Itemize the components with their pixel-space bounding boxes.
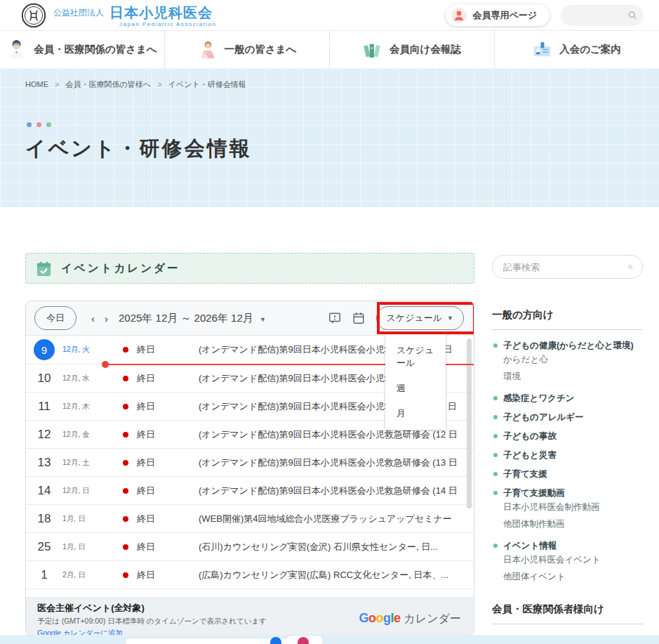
nav-label: 会員向け会報誌 bbox=[390, 43, 461, 56]
sidebar-link[interactable]: 感染症とワクチン bbox=[492, 392, 643, 405]
menu-item-month[interactable]: 月 bbox=[385, 401, 446, 426]
header-search-input[interactable] bbox=[568, 10, 628, 21]
sidebar-sublink[interactable]: 他団体制作動画 bbox=[492, 516, 643, 533]
event-dot-icon bbox=[123, 460, 128, 466]
nav-label: 入会のご案内 bbox=[559, 43, 621, 56]
row-day-meta: 1月, 日 bbox=[62, 542, 117, 552]
site-logo[interactable]: 公益社団法人 日本小児科医会 Japan Pediatric Associati… bbox=[21, 3, 216, 28]
google-logo[interactable]: Google bbox=[359, 611, 400, 626]
top-bar: 公益社団法人 日本小児科医会 Japan Pediatric Associati… bbox=[0, 0, 659, 31]
calendar-event-row[interactable]: 1 2月, 日 終日 (広島)カウンセリング実習(広島) RCC文化センター, … bbox=[26, 560, 474, 589]
event-title-link[interactable]: (オンデマンド配信)第9回日本小児科医会小児救急研修会 (14 日 bbox=[199, 485, 474, 497]
calendar-event-row[interactable]: 13 12月, 土 終日 (オンデマンド配信)第9回日本小児科医会小児救急研修会… bbox=[26, 448, 474, 476]
event-title-link[interactable]: (石川)カウンセリング実習(金沢) 石川県女性センター, 日... bbox=[199, 541, 474, 553]
page-hero: HOME > 会員・医療関係の皆様へ > イベント・研修会情報 イベント・研修会… bbox=[0, 68, 659, 207]
header-search-box[interactable] bbox=[561, 5, 644, 26]
sidebar-sublink[interactable]: 環境 bbox=[492, 369, 643, 386]
page-title: イベント・研修会情報 bbox=[25, 135, 659, 163]
date-range-selector[interactable]: 2025年 12月 ～ 2026年 12月 ▼ bbox=[119, 312, 266, 325]
menu-item-week[interactable]: 週 bbox=[385, 376, 446, 401]
calendar-event-row[interactable]: 8 2月, 日 終日 (岡山)カウンセリング実習(岡山) 岡山大学病院, 日本、… bbox=[26, 589, 474, 597]
calendar-event-row[interactable]: 25 1月, 日 終日 (石川)カウンセリング実習(金沢) 石川県女性センター,… bbox=[26, 532, 474, 560]
timezone-note: 予定は (GMT+09:00) 日本標準時 のタイムゾーンで表示されています bbox=[37, 617, 267, 626]
feedback-icon[interactable] bbox=[328, 312, 341, 324]
calendar-event-row[interactable]: 18 1月, 日 終日 (WEB開催)第4回地域総合小児医療ブラッシュアップセミ… bbox=[26, 504, 474, 532]
event-dot-icon bbox=[123, 572, 128, 578]
sidebar-link[interactable]: 子どもの事故 bbox=[492, 430, 643, 442]
row-day-number: 11 bbox=[38, 400, 51, 414]
books-icon bbox=[363, 40, 382, 59]
page-bottom-strip bbox=[0, 635, 659, 644]
article-search-input[interactable] bbox=[502, 261, 628, 273]
nav-item-general-public[interactable]: 一般の皆さまへ bbox=[164, 31, 329, 68]
calendar-check-icon bbox=[36, 261, 52, 277]
row-time-label: 終日 bbox=[137, 456, 199, 469]
event-title-link[interactable]: (オンデマンド配信)第9回日本小児科医会小児救急研修会 (13 日 bbox=[199, 456, 474, 469]
row-time-label: 終日 bbox=[137, 513, 199, 525]
row-day-meta: 12月, 日 bbox=[62, 486, 117, 496]
org-name: 日本小児科医会 bbox=[109, 4, 213, 22]
row-day-meta: 12月, 土 bbox=[62, 458, 117, 468]
sidebar-sublink[interactable]: からだと心 bbox=[492, 352, 643, 369]
event-title-link[interactable]: (オンデマンド配信)第9回日本小児科医会小児救急研修会 (12 日 bbox=[199, 428, 474, 441]
member-avatar-icon bbox=[451, 8, 467, 23]
row-day-number: 18 bbox=[38, 512, 51, 526]
view-mode-dropdown-button[interactable]: スケジュール ▼ bbox=[376, 306, 464, 330]
google-calendar-widget: 今日 ‹ › 2025年 12月 ～ 2026年 12月 ▼ bbox=[25, 301, 474, 636]
decorative-dots bbox=[27, 122, 659, 127]
member-page-button[interactable]: 会員専用ページ bbox=[446, 4, 550, 26]
row-day-meta: 12月, 木 bbox=[62, 402, 117, 412]
event-title-link[interactable]: (広島)カウンセリング実習(広島) RCC文化センター, 日本、... bbox=[199, 569, 474, 581]
sidebar-link[interactable]: 子どもと災害 bbox=[492, 449, 643, 461]
prev-period-button[interactable]: ‹ bbox=[86, 313, 100, 324]
row-day-number: 13 bbox=[38, 456, 51, 470]
sidebar-heading-member: 会員・医療関係者様向け bbox=[492, 603, 643, 624]
sidebar-link[interactable]: 子育て支援 bbox=[492, 468, 643, 480]
calendar-name: 医会主催イベント(全対象) bbox=[37, 602, 267, 615]
row-time-label: 終日 bbox=[137, 541, 199, 553]
row-time-label: 終日 bbox=[137, 372, 199, 385]
sidebar-sublink[interactable]: 日本小児科医会イベント bbox=[492, 552, 643, 569]
event-dot-icon bbox=[123, 516, 128, 522]
calendar-event-row[interactable]: 14 12月, 日 終日 (オンデマンド配信)第9回日本小児科医会小児救急研修会… bbox=[26, 476, 474, 504]
section-title: イベントカレンダー bbox=[61, 261, 180, 276]
sidebar-general-list: 子どもの健康(からだと心と環境) からだと心 環境 感染症とワクチン bbox=[492, 339, 643, 586]
event-dot-icon bbox=[123, 376, 128, 381]
row-day-number: 1 bbox=[41, 568, 47, 582]
sidebar-link[interactable]: 子どもの健康(からだと心と環境) bbox=[492, 339, 643, 352]
association-emblem-icon bbox=[21, 3, 46, 28]
sidebar-sublink[interactable]: 他団体イベント bbox=[492, 569, 643, 586]
sidebar-sublink[interactable]: 日本小児科医会制作動画 bbox=[492, 499, 643, 516]
article-search-box[interactable] bbox=[492, 255, 643, 279]
next-period-button[interactable]: › bbox=[100, 313, 113, 324]
event-title-link[interactable]: (WEB開催)第4回地域総合小児医療ブラッシュアップセミナー bbox=[199, 513, 474, 525]
sidebar-link[interactable]: 子育て支援動画 bbox=[492, 487, 643, 499]
calendar-toolbar: 今日 ‹ › 2025年 12月 ～ 2026年 12月 ▼ bbox=[26, 301, 474, 336]
google-calendar-label: カレンダー bbox=[404, 612, 462, 626]
view-mode-menu: スケジュール 週 月 bbox=[385, 334, 446, 430]
search-icon[interactable] bbox=[628, 11, 637, 20]
today-button[interactable]: 今日 bbox=[34, 306, 76, 330]
nav-item-member-journal[interactable]: 会員向け会報誌 bbox=[329, 31, 494, 68]
breadcrumb-home[interactable]: HOME bbox=[25, 80, 48, 88]
calendar-footer: 医会主催イベント(全対象) 予定は (GMT+09:00) 日本標準時 のタイム… bbox=[26, 597, 474, 635]
nav-label: 会員・医療関係の皆さまへ bbox=[34, 43, 157, 56]
sidebar-link[interactable]: イベント情報 bbox=[492, 539, 643, 552]
row-day-meta: 12月, 火 bbox=[62, 345, 117, 355]
chevron-down-icon: ▼ bbox=[447, 315, 453, 322]
row-time-label: 終日 bbox=[137, 428, 199, 441]
doctor-icon bbox=[7, 40, 26, 59]
nav-item-join-guide[interactable]: 入会のご案内 bbox=[494, 31, 659, 68]
row-time-label: 終日 bbox=[137, 400, 199, 413]
breadcrumb-members[interactable]: 会員・医療関係の皆様へ bbox=[66, 80, 152, 88]
nav-item-members-medical[interactable]: 会員・医療関係の皆さまへ bbox=[0, 31, 164, 68]
nav-label: 一般の皆さまへ bbox=[225, 43, 297, 56]
sidebar-link[interactable]: 子どものアレルギー bbox=[492, 411, 643, 423]
org-name-en: Japan Pediatric Association bbox=[119, 21, 216, 27]
member-page-label: 会員専用ページ bbox=[472, 9, 537, 22]
row-day-number: 25 bbox=[38, 540, 51, 554]
sidebar: 一般の方向け 子どもの健康(からだと心と環境) からだと心 環境 感染症とワクチ bbox=[492, 253, 643, 644]
calendar-icon[interactable] bbox=[352, 312, 365, 324]
menu-item-schedule[interactable]: スケジュール bbox=[385, 338, 446, 376]
search-icon[interactable] bbox=[628, 262, 633, 272]
